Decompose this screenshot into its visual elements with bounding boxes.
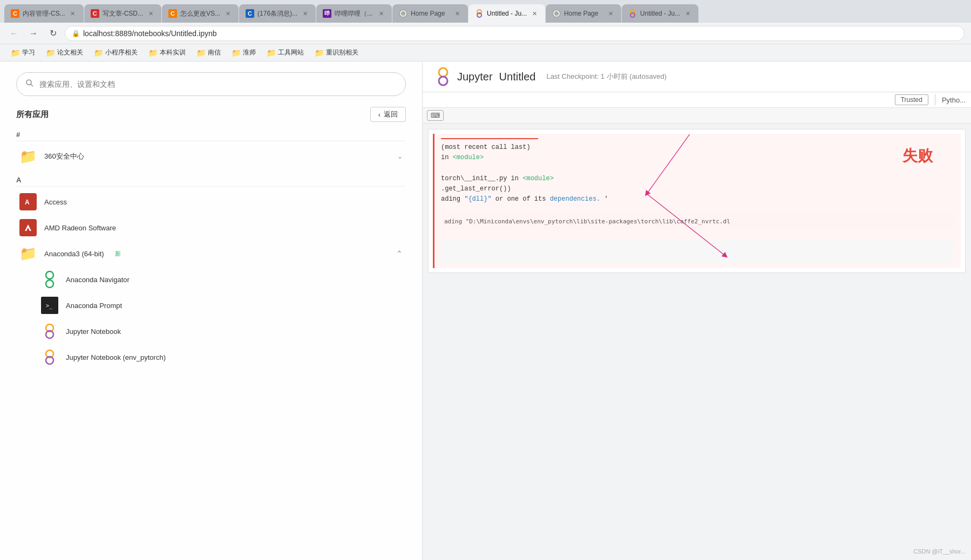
app-icon-anaconda-prompt: >_ [41,297,58,314]
app-item-anaconda-navigator[interactable]: Anaconda Navigator [16,267,406,292]
tab-close-6[interactable]: ✕ [453,9,461,18]
jupyter-logo: Jupyter [433,67,493,86]
error-output-block: (most recent call last) in <module> torc… [433,134,961,268]
bookmark-xuexi[interactable]: 📁 学习 [6,47,39,58]
tab-title-5: 哔哩哔哩（... [335,9,374,18]
start-menu-panel: 所有应用 ‹ 返回 # 📁 360安全中心 ⌄ [0,62,423,560]
tab-close-7[interactable]: ✕ [530,9,539,18]
tab-close-8[interactable]: ✕ [606,9,615,18]
error-line-1: (most recent call last) [441,142,954,153]
app-item-anaconda-prompt[interactable]: >_ Anaconda Prompt [16,292,406,318]
tab-jupyter-2[interactable]: Untitled - Ju... ✕ [622,4,698,23]
tab-title-4: (176条消息)... [257,9,297,18]
forward-button[interactable]: → [26,26,41,41]
error-line-6: ading "D:\Miniconda\envs\env_pytorch\lib… [441,215,954,229]
folder-icon-wrap-anaconda3: 📁 [19,245,37,262]
app-name-amd: AMD Radeon Software [44,224,116,232]
svg-point-20 [439,68,447,77]
search-box-container [0,62,422,107]
bookmark-reid[interactable]: 📁 重识别相关 [310,47,363,58]
app-name-anaconda-prompt: Anaconda Prompt [66,302,122,310]
search-input[interactable] [39,80,397,88]
app-item-access[interactable]: A Access [16,189,406,215]
main-content-area: 所有应用 ‹ 返回 # 📁 360安全中心 ⌄ [0,62,971,560]
browser-chrome: C 内容管理-CS... ✕ C 写文章-CSD... ✕ C 怎么更改VS..… [0,0,971,560]
bookmark-label-huaishi: 淮师 [243,48,256,57]
alpha-label-hash: # [16,128,406,141]
app-item-jupyter-pytorch[interactable]: Jupyter Notebook (env_pytorch) [16,344,406,370]
tab-favicon-8 [552,9,561,18]
folder-item-anaconda3[interactable]: 📁 Anaconda3 (64-bit) 新 ⌃ [16,241,406,267]
jupyter-notebook-title[interactable]: Untitled [499,71,536,83]
alpha-group-a: A A Access AMD Radeon Software [16,174,406,370]
tab-title-3: 怎么更改VS... [180,9,220,18]
tab-favicon-7 [475,9,484,18]
alpha-group-hash: # 📁 360安全中心 ⌄ [16,128,406,169]
tab-title-1: 内容管理-CS... [23,9,65,18]
jupyter-toolbar: Trusted Pytho... [423,92,971,108]
folder-item-360[interactable]: 📁 360安全中心 ⌄ [16,144,406,169]
tab-bilibili[interactable]: 哔 哔哩哔哩（... ✕ [316,4,392,23]
tab-close-2[interactable]: ✕ [146,9,155,18]
bookmark-label-nanxin: 南信 [208,48,221,57]
svg-text:>_: >_ [46,303,53,309]
notebook-cell-area: (most recent call last) in <module> torc… [428,129,966,273]
tab-close-1[interactable]: ✕ [69,9,77,18]
back-chevron-icon: ‹ [378,111,381,119]
back-label: 返回 [384,110,398,119]
svg-point-0 [400,11,406,16]
tab-close-9[interactable]: ✕ [683,9,692,18]
tab-close-3[interactable]: ✕ [223,9,232,18]
jupyter-checkpoint-text: Last Checkpoint: 1 小时前 (autosaved) [546,72,667,81]
alpha-label-a: A [16,174,406,187]
jupyter-logo-text: Jupyter [457,71,493,83]
svg-point-12 [46,271,53,279]
tab-csdn-3[interactable]: C 怎么更改VS... ✕ [162,4,239,23]
address-bar[interactable]: 🔒 localhost:8889/notebooks/Untitled.ipyn… [65,26,965,41]
tab-close-5[interactable]: ✕ [377,9,385,18]
bookmark-label-benkeshixun: 本科实训 [160,48,186,57]
apps-section-header: 所有应用 ‹ 返回 [16,107,406,122]
app-item-amd[interactable]: AMD Radeon Software [16,215,406,241]
keyboard-icon[interactable]: ⌨ [427,110,444,121]
bookmark-nanxin[interactable]: 📁 南信 [192,47,225,58]
tab-csdn-1[interactable]: C 内容管理-CS... ✕ [4,4,84,23]
section-title: 所有应用 [16,110,49,120]
bookmark-lunwen[interactable]: 📁 论文相关 [42,47,87,58]
jupyter-logo-icon [433,67,453,86]
tab-homepage-1[interactable]: Home Page ✕ [392,4,468,23]
reload-button[interactable]: ↻ [45,26,60,41]
tab-title-9: Untitled - Ju... [640,10,680,17]
tab-csdn-2[interactable]: C 写文章-CSD... ✕ [84,4,161,23]
bookmark-folder-icon-3: 📁 [94,49,103,57]
chevron-down-icon-360: ⌄ [397,153,403,160]
bookmark-benkeshixun[interactable]: 📁 本科实训 [144,47,190,58]
tab-homepage-2[interactable]: Home Page ✕ [546,4,621,23]
app-name-access: Access [44,198,67,206]
tab-jupyter-active[interactable]: Untitled - Ju... ✕ [468,4,545,23]
error-line-5: ading "{dll}" or one of its dependencies… [441,194,954,204]
address-text: localhost:8889/notebooks/Untitled.ipynb [83,29,217,38]
tab-bilibili-msg[interactable]: C (176条消息)... ✕ [239,4,316,23]
app-name-anaconda-navigator: Anaconda Navigator [66,276,130,284]
app-icon-jupyter-notebook [41,323,58,340]
bookmark-folder-icon-6: 📁 [232,49,241,57]
bookmark-label-xuexi: 学习 [22,48,35,57]
bookmark-xiaochengxu[interactable]: 📁 小程序相关 [90,47,142,58]
tab-favicon-1: C [11,9,19,18]
svg-point-21 [439,77,447,85]
tab-close-4[interactable]: ✕ [301,9,309,18]
trusted-badge[interactable]: Trusted [895,94,928,105]
bookmark-huaishi[interactable]: 📁 淮师 [227,47,260,58]
app-item-jupyter-notebook[interactable]: Jupyter Notebook [16,318,406,344]
back-button-apps[interactable]: ‹ 返回 [370,107,406,122]
app-icon-anaconda-navigator [41,271,58,288]
bookmark-folder-icon-8: 📁 [315,49,324,57]
search-box[interactable] [16,72,406,96]
svg-point-3 [554,11,559,16]
bookmark-tools[interactable]: 📁 工具网站 [262,47,308,58]
chevron-up-icon-anaconda3: ⌃ [396,249,403,258]
folder-icon-360: 📁 [19,148,37,165]
tab-bar: C 内容管理-CS... ✕ C 写文章-CSD... ✕ C 怎么更改VS..… [0,0,971,23]
back-button[interactable]: ← [6,26,22,41]
